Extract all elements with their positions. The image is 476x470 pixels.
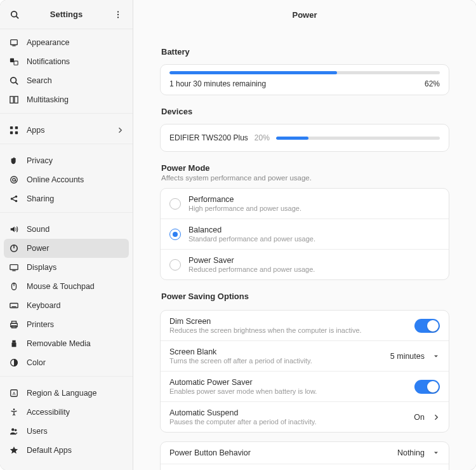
svg-rect-11 <box>10 97 13 104</box>
row-auto-suspend[interactable]: Automatic Suspend Pauses the computer af… <box>161 401 449 432</box>
sidebar-item-keyboard[interactable]: Keyboard <box>0 296 133 315</box>
sidebar-item-sound[interactable]: Sound <box>0 220 133 239</box>
svg-rect-35 <box>12 340 15 343</box>
sidebar-item-notifications[interactable]: Notifications <box>0 52 133 71</box>
section-devices: Devices <box>161 107 449 116</box>
section-power-saving: Power Saving Options <box>161 292 449 301</box>
sidebar-item-sharing[interactable]: Sharing <box>0 189 133 208</box>
sidebar-item-search[interactable]: Search <box>0 71 133 90</box>
row-power-button[interactable]: Power Button Behavior Nothing <box>161 442 449 464</box>
svg-point-42 <box>15 429 17 432</box>
option-desc: Reduced performance and power usage. <box>188 265 440 273</box>
sidebar-item-label: Users <box>27 427 124 436</box>
svg-text:A: A <box>13 391 16 396</box>
search-icon[interactable] <box>5 5 24 24</box>
sidebar-item-label: Removable Media <box>27 339 124 348</box>
sidebar-item-region[interactable]: A Region & Language <box>0 384 133 403</box>
sidebar-item-color[interactable]: Color <box>0 353 133 372</box>
kebab-menu-icon[interactable] <box>109 5 128 24</box>
svg-point-40 <box>13 408 15 410</box>
svg-rect-8 <box>14 61 18 65</box>
brush-icon <box>9 37 19 48</box>
battery-percent: 62% <box>425 79 440 88</box>
battery-remaining: 1 hour 30 minutes remaining <box>169 79 266 88</box>
radio-icon <box>169 198 181 210</box>
sidebar-list: Appearance Notifications Search Multitas… <box>0 29 133 470</box>
row-show-percentage: Show Battery Percentage Show exact charg… <box>161 464 449 470</box>
svg-point-17 <box>11 177 18 184</box>
chevron-down-icon <box>432 352 440 360</box>
sidebar-item-accessibility[interactable]: Accessibility <box>0 403 133 422</box>
power-mode-card: Performance High performance and power u… <box>160 188 449 280</box>
row-desc: Enables power saver mode when battery is… <box>169 387 407 395</box>
users-icon <box>9 426 19 436</box>
sidebar-item-mouse[interactable]: Mouse & Touchpad <box>0 277 133 296</box>
row-dim-screen: Dim Screen Reduces the screen brightness… <box>161 311 449 340</box>
row-screen-blank[interactable]: Screen Blank Turns the screen off after … <box>161 340 449 371</box>
sidebar-item-online-accounts[interactable]: Online Accounts <box>0 170 133 189</box>
svg-rect-30 <box>10 304 18 308</box>
content: Battery 1 hour 30 minutes remaining 62% … <box>133 29 476 470</box>
svg-rect-26 <box>10 265 18 270</box>
svg-point-9 <box>11 77 17 83</box>
sidebar-item-appearance[interactable]: Appearance <box>0 33 133 52</box>
dim-screen-toggle[interactable] <box>414 319 440 333</box>
sidebar-item-label: Privacy <box>27 156 124 165</box>
sidebar-item-apps[interactable]: Apps <box>0 121 133 140</box>
bell-icon <box>9 57 19 67</box>
sidebar-item-label: Apps <box>27 126 109 135</box>
option-title: Performance <box>188 195 440 204</box>
sidebar-item-label: Accessibility <box>27 408 124 417</box>
speaker-icon <box>9 224 19 234</box>
option-desc: Standard performance and power usage. <box>188 235 440 243</box>
display-icon <box>9 262 19 272</box>
chevron-right-icon <box>432 413 440 421</box>
sidebar: Settings Appearance Notifications Search… <box>0 0 133 470</box>
sidebar-item-label: Sharing <box>27 194 124 203</box>
auto-power-saver-toggle[interactable] <box>414 380 440 394</box>
apps-icon <box>9 125 19 135</box>
auto-suspend-value: On <box>414 413 425 422</box>
svg-rect-12 <box>15 97 18 104</box>
sidebar-item-label: Search <box>27 76 124 85</box>
section-battery: Battery <box>161 47 449 57</box>
at-icon <box>9 175 19 185</box>
sidebar-item-multitasking[interactable]: Multitasking <box>0 90 133 109</box>
battery-progress <box>169 71 440 74</box>
sidebar-item-removable[interactable]: Removable Media <box>0 334 133 353</box>
main-panel: Power Battery 1 hour 30 minutes remainin… <box>133 0 476 470</box>
chevron-down-icon <box>432 449 440 457</box>
settings-window: Settings Appearance Notifications Search… <box>0 0 476 470</box>
sidebar-item-default-apps[interactable]: Default Apps <box>0 441 133 460</box>
sidebar-item-label: Online Accounts <box>27 175 124 184</box>
sidebar-item-label: Default Apps <box>27 446 124 455</box>
power-mode-performance[interactable]: Performance High performance and power u… <box>161 189 449 218</box>
power-icon <box>9 243 19 253</box>
sidebar-item-label: Displays <box>27 263 124 272</box>
sidebar-item-users[interactable]: Users <box>0 422 133 441</box>
sidebar-item-power[interactable]: Power <box>4 239 129 258</box>
sidebar-header: Settings <box>0 0 133 29</box>
radio-icon <box>169 259 181 271</box>
sidebar-item-label: Keyboard <box>27 301 124 310</box>
svg-rect-14 <box>15 126 18 129</box>
svg-rect-36 <box>12 342 17 347</box>
power-mode-balanced[interactable]: Balanced Standard performance and power … <box>161 218 449 249</box>
row-desc: Reduces the screen brightness when the c… <box>169 326 407 334</box>
svg-line-22 <box>13 197 15 198</box>
device-card: EDIFIER TWS200 Plus 20% <box>160 124 449 152</box>
chevron-right-icon <box>116 126 124 134</box>
power-mode-saver[interactable]: Power Saver Reduced performance and powe… <box>161 249 449 279</box>
section-power-mode-sub: Affects system performance and power usa… <box>161 174 449 182</box>
row-desc: Pauses the computer after a period of in… <box>169 418 406 426</box>
star-icon <box>9 445 19 455</box>
device-progress <box>276 137 440 140</box>
sidebar-item-printers[interactable]: Printers <box>0 315 133 334</box>
option-title: Balanced <box>188 225 440 234</box>
sidebar-item-privacy[interactable]: Privacy <box>0 151 133 170</box>
row-title: Dim Screen <box>169 317 407 326</box>
svg-rect-13 <box>10 126 13 129</box>
svg-rect-15 <box>10 131 13 134</box>
device-name: EDIFIER TWS200 Plus <box>169 133 248 142</box>
sidebar-item-displays[interactable]: Displays <box>0 258 133 277</box>
